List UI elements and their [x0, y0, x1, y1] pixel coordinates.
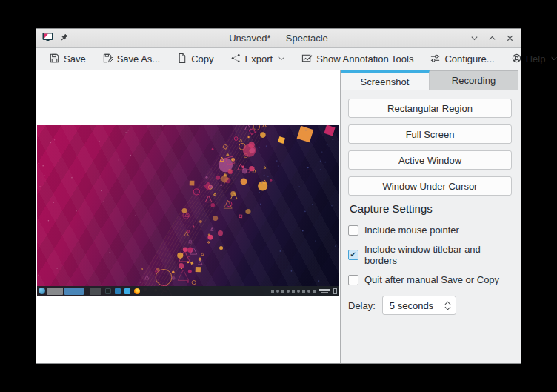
preview-clock [319, 289, 330, 293]
screenshot-preview-area [36, 70, 340, 363]
spinner-arrows[interactable] [444, 301, 451, 310]
preview-taskbar [37, 286, 339, 296]
save-as-icon [102, 53, 113, 66]
preview-terminal-icon [105, 288, 111, 294]
maximize-button[interactable] [487, 33, 497, 44]
minimize-button[interactable] [469, 33, 479, 44]
close-button[interactable] [504, 33, 515, 44]
full-screen-button[interactable]: Full Screen [348, 124, 512, 144]
annotation-icon [301, 53, 313, 66]
copy-button[interactable]: Copy [168, 50, 221, 69]
preview-launcher-icon [39, 288, 45, 294]
wallpaper-shapes [37, 125, 339, 296]
screenshot-preview-image [37, 125, 339, 296]
delay-label: Delay: [348, 300, 376, 311]
option-include-window-titlebar[interactable]: Include window titlebar and borders [348, 244, 512, 266]
checkbox[interactable] [348, 225, 358, 236]
tab-recording[interactable]: Recording [430, 70, 518, 90]
preview-task-entry [64, 288, 84, 295]
checkbox[interactable] [348, 250, 358, 260]
toolbar: Save Save As... Copy [36, 48, 521, 70]
capture-settings-heading: Capture Settings [350, 202, 512, 215]
active-window-button[interactable]: Active Window [348, 150, 512, 170]
preview-firefox-icon [134, 288, 140, 294]
export-button[interactable]: Export [222, 50, 294, 69]
rectangular-region-button[interactable]: Rectangular Region [348, 99, 512, 118]
preview-system-tray [271, 290, 316, 293]
chevron-down-icon [550, 53, 557, 64]
preview-task-entry [47, 288, 63, 295]
window-under-cursor-button[interactable]: Window Under Cursor [348, 176, 512, 196]
tab-screenshot[interactable]: Screenshot [341, 70, 430, 90]
spectacle-window: Unsaved* — Spectacle [36, 28, 521, 364]
copy-icon [176, 53, 187, 66]
desktop-background: { "window": { "title": "Unsaved* — Spect… [0, 0, 557, 392]
option-include-mouse-pointer[interactable]: Include mouse pointer [348, 225, 512, 236]
chevron-down-icon [278, 53, 285, 64]
checkbox[interactable] [348, 275, 358, 285]
window-title: Unsaved* — Spectacle [36, 33, 521, 44]
preview-folder-icon [124, 288, 130, 294]
delay-spinbox[interactable]: 5 seconds [382, 296, 456, 315]
export-share-icon [230, 53, 241, 66]
capture-panel: Screenshot Recording Rectangular Region … [340, 70, 521, 363]
save-icon [49, 53, 60, 66]
show-annotation-tools-button[interactable]: Show Annotation Tools [293, 50, 421, 69]
preview-show-desktop [333, 288, 337, 294]
spectacle-app-icon [42, 32, 53, 45]
titlebar[interactable]: Unsaved* — Spectacle [36, 29, 521, 48]
pin-icon[interactable] [59, 32, 68, 45]
delay-row: Delay: 5 seconds [348, 296, 512, 315]
preview-task-entry [90, 288, 101, 295]
option-quit-after-save[interactable]: Quit after manual Save or Copy [348, 274, 512, 285]
help-icon [511, 53, 522, 66]
help-button[interactable]: Help [503, 50, 557, 69]
save-as-button[interactable]: Save As... [94, 50, 169, 69]
configure-sliders-icon [430, 53, 441, 66]
delay-value[interactable]: 5 seconds [390, 300, 444, 311]
save-button[interactable]: Save [41, 50, 94, 69]
preview-app-icon [115, 288, 121, 294]
mode-tabs: Screenshot Recording [341, 70, 521, 90]
configure-button[interactable]: Configure... [421, 50, 502, 69]
